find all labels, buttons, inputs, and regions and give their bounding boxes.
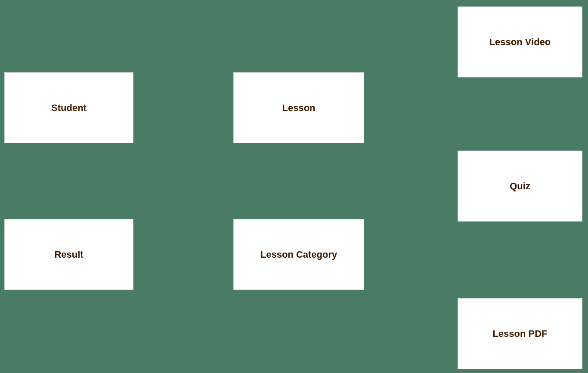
entity-result[interactable]: Result	[4, 219, 133, 290]
entity-label-lesson-pdf: Lesson PDF	[488, 324, 551, 344]
diagram-canvas: StudentLessonLesson VideoQuizResultLesso…	[0, 0, 588, 373]
entity-label-lesson-category: Lesson Category	[256, 245, 342, 265]
entity-student[interactable]: Student	[4, 72, 133, 143]
entity-label-lesson-video: Lesson Video	[485, 32, 555, 52]
entity-label-student: Student	[47, 98, 91, 118]
entity-quiz[interactable]: Quiz	[458, 151, 582, 222]
entity-lesson[interactable]: Lesson	[233, 72, 364, 143]
entity-lesson-pdf[interactable]: Lesson PDF	[458, 298, 582, 369]
entity-lesson-category[interactable]: Lesson Category	[233, 219, 364, 290]
entity-label-result: Result	[50, 245, 87, 265]
entity-label-quiz: Quiz	[505, 176, 535, 196]
entity-lesson-video[interactable]: Lesson Video	[458, 6, 582, 77]
entity-label-lesson: Lesson	[278, 98, 319, 118]
